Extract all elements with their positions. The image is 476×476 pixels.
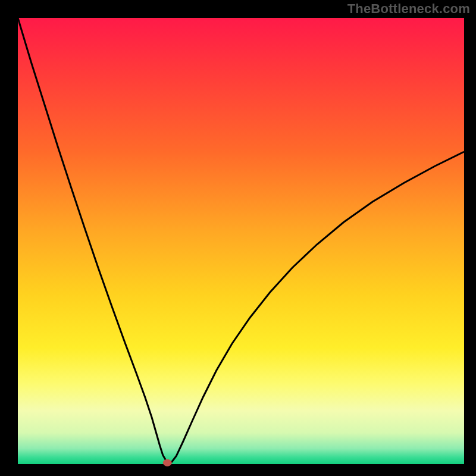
bottleneck-chart	[0, 0, 476, 476]
optimum-marker	[163, 459, 171, 466]
watermark-text: TheBottleneck.com	[347, 1, 470, 17]
plot-background	[18, 18, 464, 464]
chart-stage: TheBottleneck.com	[0, 0, 476, 476]
